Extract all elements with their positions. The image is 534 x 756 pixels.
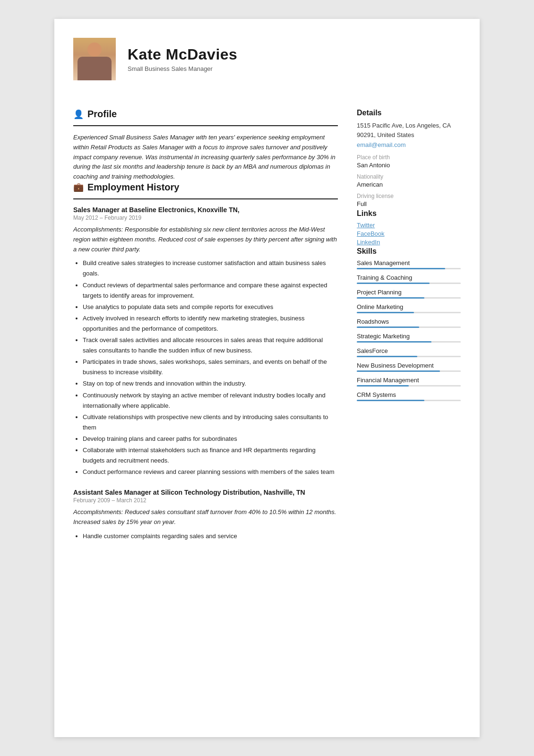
skill-bar-bg (357, 370, 461, 372)
profile-divider (73, 125, 338, 126)
skill-bar-fill (357, 297, 424, 299)
skill-bar-fill (357, 268, 445, 269)
left-column: 👤 Profile Experienced Small Business Sal… (73, 109, 338, 718)
bullet-item: Develop training plans and career paths … (83, 434, 338, 444)
skills-section: Skills Sales Management Training & Coach… (357, 247, 461, 401)
skill-bar-bg (357, 326, 461, 328)
skill-bar-fill (357, 370, 440, 372)
skill-item: Roadshows (357, 318, 461, 328)
skill-item: Sales Management (357, 259, 461, 269)
employment-icon: 💼 (73, 182, 84, 192)
resume-header: Kate McDavies Small Business Sales Manag… (54, 38, 480, 94)
skill-bar-fill (357, 356, 417, 357)
skill-item: New Business Development (357, 362, 461, 372)
job-dates-2: February 2009 – March 2012 (73, 497, 338, 504)
candidate-name: Kate McDavies (128, 46, 237, 63)
nationality-value: American (357, 181, 461, 188)
job-block-1: Sales Manager at Baseline Electronics, K… (73, 206, 338, 477)
place-of-birth-label: Place of birth (357, 154, 461, 161)
skill-item: SalesForce (357, 347, 461, 357)
job-dates-1: May 2012 – February 2019 (73, 215, 338, 221)
details-title: Details (357, 109, 461, 117)
link-twitter[interactable]: Twitter (357, 222, 461, 229)
skill-item: Strategic Marketing (357, 333, 461, 343)
skill-bar-fill (357, 326, 419, 328)
bullet-item: Participates in trade shows, sales works… (83, 357, 338, 378)
skill-name: Roadshows (357, 318, 461, 325)
skill-bar-bg (357, 356, 461, 357)
detail-address: 1515 Pacific Ave, Los Angeles, CA 90291,… (357, 121, 461, 139)
header-text: Kate McDavies Small Business Sales Manag… (128, 46, 237, 72)
bullet-item: Collaborate with internal stakeholders s… (83, 445, 338, 466)
skill-name: Project Planning (357, 289, 461, 296)
job-title-2: Assistant Sales Manager at Silicon Techn… (73, 489, 338, 496)
profile-icon: 👤 (73, 109, 84, 120)
skill-name: Online Marketing (357, 303, 461, 310)
skill-bar-bg (357, 297, 461, 299)
bullet-item: Track overall sales activities and alloc… (83, 335, 338, 356)
bullet-item: Use analytics to populate data sets and … (83, 302, 338, 312)
avatar (73, 38, 116, 80)
links-section: Links Twitter FaceBook LinkedIn (357, 209, 461, 246)
bullet-item: Cultivate relationships with prospective… (83, 412, 338, 433)
skill-bar-fill (357, 385, 409, 387)
body-layout: 👤 Profile Experienced Small Business Sal… (54, 94, 480, 718)
job-title-1: Sales Manager at Baseline Electronics, K… (73, 206, 338, 214)
skill-bar-bg (357, 400, 461, 401)
skill-bar-fill (357, 312, 414, 313)
detail-email: email@email.com (357, 141, 461, 148)
job-accomplishments-1: Accomplishments: Responsible for establi… (73, 225, 338, 254)
bullet-item: Actively involved in research efforts to… (83, 313, 338, 334)
profile-text: Experienced Small Business Sales Manager… (73, 133, 338, 182)
skill-bar-bg (357, 341, 461, 343)
job-bullets-1: Build creative sales strategies to incre… (73, 258, 338, 477)
skill-bar-bg (357, 312, 461, 313)
skill-name: Training & Coaching (357, 274, 461, 281)
skill-item: Online Marketing (357, 303, 461, 313)
driving-license-value: Full (357, 200, 461, 207)
job-block-2: Assistant Sales Manager at Silicon Techn… (73, 489, 338, 541)
skill-bar-fill (357, 400, 424, 401)
skill-name: CRM Systems (357, 391, 461, 398)
job-accomplishments-2: Accomplishments: Reduced sales consultan… (73, 507, 338, 527)
skill-name: New Business Development (357, 362, 461, 369)
skill-name: Sales Management (357, 259, 461, 266)
candidate-subtitle: Small Business Sales Manager (128, 65, 237, 72)
skill-name: SalesForce (357, 347, 461, 354)
skills-title: Skills (357, 247, 461, 256)
skill-item: Financial Management (357, 377, 461, 387)
driving-license-label: Driving license (357, 193, 461, 199)
nationality-label: Nationality (357, 173, 461, 180)
place-of-birth-value: San Antonio (357, 162, 461, 169)
employment-title: 💼 Employment History (73, 182, 338, 193)
link-linkedin[interactable]: LinkedIn (357, 239, 461, 246)
details-section: Details 1515 Pacific Ave, Los Angeles, C… (357, 109, 461, 207)
skill-bar-bg (357, 283, 461, 284)
right-column: Details 1515 Pacific Ave, Los Angeles, C… (357, 109, 461, 718)
resume-container: Kate McDavies Small Business Sales Manag… (54, 19, 480, 737)
skill-bar-fill (357, 283, 430, 284)
skill-bar-bg (357, 268, 461, 269)
employment-divider (73, 198, 338, 199)
bullet-item: Continuously network by staying an activ… (83, 390, 338, 411)
links-title: Links (357, 209, 461, 218)
bullet-item: Build creative sales strategies to incre… (83, 258, 338, 279)
bullet-item: Conduct performance reviews and career p… (83, 467, 338, 477)
profile-title: 👤 Profile (73, 109, 338, 120)
job-bullets-2: Handle customer complaints regarding sal… (73, 531, 338, 541)
profile-section: 👤 Profile Experienced Small Business Sal… (73, 109, 338, 182)
skills-list: Sales Management Training & Coaching Pro… (357, 259, 461, 401)
bullet-item: Handle customer complaints regarding sal… (83, 531, 338, 541)
bullet-item: Conduct reviews of departmental sales pe… (83, 280, 338, 301)
employment-section: 💼 Employment History Sales Manager at Ba… (73, 182, 338, 541)
skill-name: Strategic Marketing (357, 333, 461, 340)
skill-item: Training & Coaching (357, 274, 461, 284)
skill-item: CRM Systems (357, 391, 461, 401)
bullet-item: Stay on top of new trends and innovation… (83, 378, 338, 389)
skill-bar-bg (357, 385, 461, 387)
skill-bar-fill (357, 341, 431, 343)
skill-name: Financial Management (357, 377, 461, 384)
link-facebook[interactable]: FaceBook (357, 230, 461, 237)
skill-item: Project Planning (357, 289, 461, 299)
